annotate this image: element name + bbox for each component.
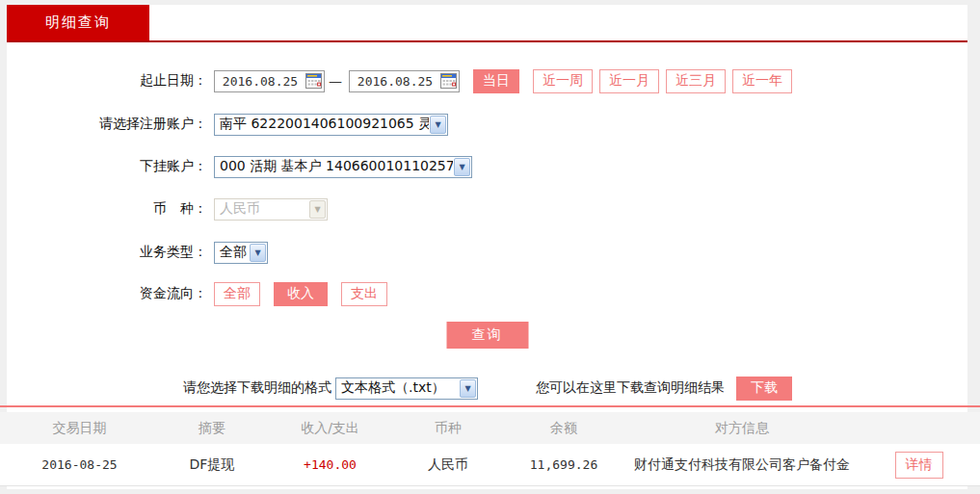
download-format-select[interactable]: 文本格式（.txt） ▼ [335,377,478,400]
quick-range-today-button[interactable]: 当日 [473,69,519,93]
end-date-input[interactable] [350,74,440,89]
start-date-input[interactable] [215,74,305,89]
business-type-row: 业务类型： 全部 ▼ [7,241,268,264]
col-header-summary: 摘要 [159,420,265,437]
currency-label: 币 种： [7,200,207,218]
cell-summary: DF提现 [159,456,265,474]
sub-account-row: 下挂账户： 000 活期 基本户 1406600101102571848 ▼ [7,155,472,178]
cell-currency: 人民币 [395,456,501,474]
query-button[interactable]: 查询 [446,322,528,349]
end-date-field [349,70,460,92]
fund-flow-all-button[interactable]: 全部 [214,282,260,306]
tab-detail-query[interactable]: 明细查询 [7,5,149,40]
fund-flow-expense-button[interactable]: 支出 [341,282,387,306]
table-top-divider [0,405,980,407]
download-button[interactable]: 下载 [736,377,792,401]
sub-account-select[interactable]: 000 活期 基本户 1406600101102571848 ▼ [214,156,472,178]
chevron-down-icon: ▼ [309,200,326,219]
fund-flow-income-button[interactable]: 收入 [274,282,328,306]
chevron-down-icon[interactable]: ▼ [454,158,470,176]
col-header-date: 交易日期 [0,420,159,437]
sub-account-value: 000 活期 基本户 1406600101102571848 [215,158,453,175]
quick-range-month-button[interactable]: 近一月 [599,69,659,93]
download-format-label: 请您选择下载明细的格式 [183,379,331,397]
calendar-icon[interactable] [305,73,322,89]
cell-counterparty: 财付通支付科技有限公司客户备付金 [626,456,858,474]
col-header-amount: 收入/支出 [265,420,395,437]
col-header-counterparty: 对方信息 [626,420,858,437]
quick-range-week-button[interactable]: 近一周 [533,69,593,93]
register-account-label: 请选择注册账户： [7,116,207,133]
results-table: 交易日期 摘要 收入/支出 币种 余额 对方信息 2016-08-25 DF提现… [0,405,980,486]
quick-range-quarter-button[interactable]: 近三月 [666,69,726,93]
date-range-label: 起止日期： [7,72,207,90]
register-account-value: 南平 6222001406100921065 灵通卡 [215,116,429,133]
register-account-row: 请选择注册账户： 南平 6222001406100921065 灵通卡 ▼ [7,113,448,136]
currency-row: 币 种： 人民币 ▼ [7,197,328,221]
tab-label: 明细查询 [45,13,111,32]
download-row: 请您选择下载明细的格式 文本格式（.txt） ▼ 您可以在这里下载查询明细结果 … [7,376,967,401]
chevron-down-icon[interactable]: ▼ [250,244,266,262]
register-account-select[interactable]: 南平 6222001406100921065 灵通卡 ▼ [214,114,448,136]
business-type-select[interactable]: 全部 ▼ [214,242,268,264]
business-type-label: 业务类型： [7,244,207,261]
tab-underline [7,40,967,42]
cell-balance: 11,699.26 [501,457,626,472]
fund-flow-label: 资金流向： [7,285,207,302]
cell-amount: +140.00 [265,457,395,472]
currency-value: 人民币 [215,200,308,218]
fund-flow-row: 资金流向： 全部 收入 支出 [7,282,387,305]
table-row: 2016-08-25 DF提现 +140.00 人民币 11,699.26 财付… [0,444,980,486]
business-type-value: 全部 [215,244,249,261]
quick-range-year-button[interactable]: 近一年 [732,69,792,93]
detail-button[interactable]: 详情 [895,452,943,479]
currency-select: 人民币 ▼ [214,198,328,221]
calendar-icon[interactable] [440,73,457,89]
cell-action: 详情 [858,452,980,479]
chevron-down-icon[interactable]: ▼ [430,116,446,134]
col-header-currency: 币种 [395,420,501,437]
table-header-row: 交易日期 摘要 收入/支出 币种 余额 对方信息 [0,412,980,444]
cell-date: 2016-08-25 [0,457,159,472]
start-date-field [214,70,325,92]
sub-account-label: 下挂账户： [7,158,207,175]
download-format-value: 文本格式（.txt） [336,379,459,397]
date-range-row: 起止日期： — [7,69,792,92]
chevron-down-icon[interactable]: ▼ [460,379,476,398]
col-header-balance: 余额 [501,420,626,437]
date-range-separator: — [329,73,342,89]
download-hint: 您可以在这里下载查询明细结果 [536,379,725,397]
